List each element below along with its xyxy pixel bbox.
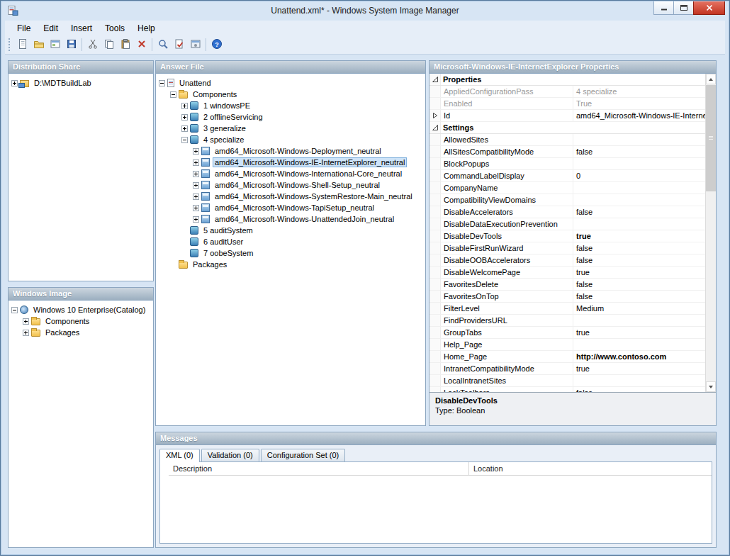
- property-value[interactable]: [573, 315, 705, 326]
- collapse-toggle-icon[interactable]: [170, 91, 176, 98]
- tree-item[interactable]: amd64_Microsoft-Windows-International-Co…: [157, 168, 424, 179]
- property-value[interactable]: True: [573, 98, 705, 109]
- tree-item[interactable]: D:\MDTBuildLab: [10, 77, 152, 89]
- expand-toggle-icon[interactable]: [23, 330, 29, 336]
- property-value[interactable]: true: [573, 230, 705, 242]
- property-value[interactable]: [573, 339, 705, 350]
- tree-item[interactable]: 6 auditUser: [157, 236, 424, 247]
- messages-tab[interactable]: Configuration Set (0): [261, 449, 346, 461]
- delete-button[interactable]: [133, 37, 150, 53]
- menu-item-insert[interactable]: Insert: [64, 21, 99, 35]
- column-header-description[interactable]: Description: [169, 462, 469, 475]
- validate-button[interactable]: [171, 37, 187, 53]
- property-row[interactable]: AppliedConfigurationPass4 specialize: [429, 86, 705, 98]
- collapse-toggle-icon[interactable]: [181, 137, 188, 143]
- tree-item[interactable]: 1 windowsPE: [157, 100, 424, 111]
- collapse-toggle-icon[interactable]: [159, 80, 165, 86]
- tree-item[interactable]: 2 offlineServicing: [157, 111, 424, 123]
- help-button[interactable]: ?: [208, 37, 225, 53]
- property-row[interactable]: CompanyName: [429, 182, 705, 194]
- tree-item[interactable]: amd64_Microsoft-Windows-UnattendedJoin_n…: [157, 213, 424, 225]
- property-row[interactable]: DisableFirstRunWizardfalse: [429, 242, 705, 254]
- row-expander-icon[interactable]: [429, 110, 441, 121]
- property-category-row[interactable]: Properties: [429, 74, 705, 86]
- expand-toggle-icon[interactable]: [193, 194, 199, 200]
- minimize-button[interactable]: [653, 1, 674, 15]
- tree-item[interactable]: amd64_Microsoft-Windows-IE-InternetExplo…: [157, 157, 424, 168]
- property-category-row[interactable]: Settings: [429, 122, 705, 134]
- tree-item[interactable]: Unattend: [157, 77, 424, 89]
- property-value[interactable]: false: [573, 254, 705, 266]
- property-row[interactable]: FavoritesDeletefalse: [429, 279, 705, 291]
- maximize-button[interactable]: [673, 1, 694, 15]
- expand-toggle-icon[interactable]: [181, 103, 188, 109]
- copy-button[interactable]: [101, 37, 117, 53]
- new-button[interactable]: [14, 37, 30, 53]
- tree-item[interactable]: 7 oobeSystem: [157, 247, 424, 259]
- close-button[interactable]: [693, 1, 725, 15]
- expand-toggle-icon[interactable]: [181, 125, 188, 132]
- import-button[interactable]: [47, 37, 63, 53]
- cut-button[interactable]: [84, 37, 101, 53]
- property-value[interactable]: false: [573, 387, 705, 392]
- property-value[interactable]: [573, 375, 705, 386]
- expand-toggle-icon[interactable]: [193, 171, 199, 177]
- open-button[interactable]: [30, 37, 47, 53]
- category-expander-icon[interactable]: [429, 74, 441, 85]
- property-value[interactable]: [573, 134, 705, 145]
- tree-item[interactable]: amd64_Microsoft-Windows-Deployment_neutr…: [157, 145, 424, 157]
- property-value[interactable]: [573, 158, 705, 169]
- column-header-location[interactable]: Location: [469, 462, 712, 475]
- expand-toggle-icon[interactable]: [193, 182, 199, 189]
- tree-item[interactable]: Packages: [10, 327, 152, 338]
- find-button[interactable]: [155, 37, 171, 53]
- property-value[interactable]: true: [573, 363, 705, 374]
- property-row[interactable]: AllSitesCompatibilityModefalse: [429, 146, 705, 158]
- property-value[interactable]: [573, 218, 705, 230]
- property-value[interactable]: false: [573, 242, 705, 254]
- property-row[interactable]: LocalIntranetSites: [429, 375, 705, 387]
- property-row[interactable]: Idamd64_Microsoft-Windows-IE-InternetEx: [429, 110, 705, 122]
- menu-item-tools[interactable]: Tools: [99, 21, 131, 35]
- property-value[interactable]: [573, 194, 705, 206]
- property-row[interactable]: FavoritesOnTopfalse: [429, 291, 705, 303]
- tree-item[interactable]: amd64_Microsoft-Windows-Shell-Setup_neut…: [157, 179, 424, 191]
- property-value[interactable]: 4 specialize: [573, 86, 705, 97]
- property-row[interactable]: Home_Pagehttp://www.contoso.com: [429, 351, 705, 363]
- property-row[interactable]: GroupTabstrue: [429, 327, 705, 339]
- menu-item-edit[interactable]: Edit: [37, 21, 64, 35]
- property-value[interactable]: http://www.contoso.com: [573, 351, 705, 362]
- expand-toggle-icon[interactable]: [23, 318, 29, 325]
- collapse-toggle-icon[interactable]: [11, 307, 18, 313]
- expand-toggle-icon[interactable]: [181, 114, 188, 121]
- property-value[interactable]: false: [573, 206, 705, 218]
- property-value[interactable]: 0: [573, 170, 705, 181]
- property-value[interactable]: [573, 182, 705, 194]
- title-bar[interactable]: Unattend.xml* - Windows System Image Man…: [1, 1, 729, 21]
- property-row[interactable]: FilterLevelMedium: [429, 303, 705, 315]
- property-row[interactable]: LockToolbarsfalse: [429, 387, 705, 392]
- property-row[interactable]: DisableOOBAcceleratorsfalse: [429, 254, 705, 267]
- tree-item[interactable]: amd64_Microsoft-Windows-TapiSetup_neutra…: [157, 202, 424, 213]
- scroll-thumb[interactable]: [706, 85, 716, 191]
- property-row[interactable]: CompatibilityViewDomains: [429, 194, 705, 206]
- menu-item-help[interactable]: Help: [131, 21, 162, 35]
- property-value[interactable]: amd64_Microsoft-Windows-IE-InternetEx: [573, 110, 705, 121]
- expand-toggle-icon[interactable]: [193, 216, 199, 223]
- messages-tab[interactable]: XML (0): [159, 449, 200, 462]
- tree-item[interactable]: Packages: [157, 259, 424, 270]
- category-expander-icon[interactable]: [429, 122, 441, 133]
- property-row[interactable]: CommandLabelDisplay0: [429, 170, 705, 182]
- expand-toggle-icon[interactable]: [193, 205, 199, 211]
- config-button[interactable]: [187, 37, 203, 53]
- property-row[interactable]: Help_Page: [429, 339, 705, 351]
- tree-item[interactable]: Windows 10 Enterprise(Catalog): [10, 304, 152, 315]
- property-value[interactable]: false: [573, 279, 705, 290]
- expand-toggle-icon[interactable]: [11, 80, 18, 86]
- scroll-down-button[interactable]: [706, 381, 716, 392]
- tree-item[interactable]: 5 auditSystem: [157, 225, 424, 236]
- property-row[interactable]: IntranetCompatibilityModetrue: [429, 363, 705, 375]
- properties-scrollbar[interactable]: [705, 74, 716, 392]
- property-row[interactable]: AllowedSites: [429, 134, 705, 146]
- paste-button[interactable]: [117, 37, 133, 53]
